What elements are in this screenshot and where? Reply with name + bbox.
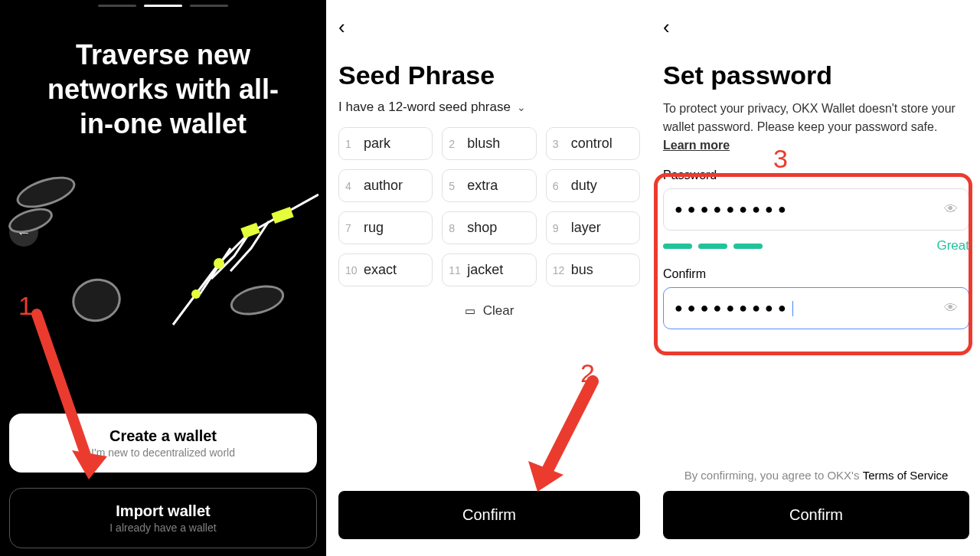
- back-button[interactable]: ‹: [663, 15, 969, 39]
- seed-num: 12: [553, 264, 565, 276]
- svg-point-1: [191, 289, 201, 299]
- strength-bars: [663, 244, 763, 249]
- password-input[interactable]: ●●●●●●●●● 👁: [663, 188, 969, 231]
- create-wallet-subtitle: I'm new to decentralized world: [18, 446, 308, 459]
- confirm-password-input[interactable]: ●●●●●●●●● 👁: [663, 287, 969, 329]
- confirm-field-group: Confirm ●●●●●●●●● 👁: [663, 267, 969, 329]
- onboarding-illustration: [0, 149, 326, 406]
- password-label: Password: [663, 168, 969, 182]
- seed-word-4[interactable]: 4author: [338, 169, 433, 202]
- seed-phrase-panel: ‹ Seed Phrase I have a 12-word seed phra…: [326, 0, 652, 556]
- import-wallet-title: Import wallet: [19, 502, 307, 520]
- seed-num: 10: [345, 264, 358, 276]
- import-wallet-subtitle: I already have a wallet: [19, 522, 307, 534]
- eye-icon[interactable]: 👁: [944, 201, 958, 217]
- create-wallet-button[interactable]: Create a wallet I'm new to decentralized…: [9, 414, 317, 473]
- seed-word-text: exact: [364, 262, 397, 278]
- seed-word-2[interactable]: 2blush: [442, 127, 536, 160]
- svg-rect-3: [271, 207, 293, 224]
- seed-grid: 1park2blush3control4author5extra6duty7ru…: [338, 127, 640, 286]
- seed-word-1[interactable]: 1park: [338, 127, 433, 160]
- seed-word-text: layer: [571, 220, 601, 236]
- seed-word-6[interactable]: 6duty: [546, 169, 640, 202]
- seed-word-text: jacket: [467, 262, 503, 278]
- seed-word-8[interactable]: 8shop: [442, 211, 536, 244]
- seed-word-text: blush: [467, 136, 500, 152]
- seed-word-text: duty: [571, 178, 597, 194]
- seed-word-10[interactable]: 10exact: [338, 253, 433, 286]
- seed-word-text: extra: [467, 178, 498, 194]
- eye-icon[interactable]: 👁: [944, 300, 958, 316]
- create-wallet-title: Create a wallet: [18, 427, 308, 445]
- seed-word-text: park: [364, 136, 390, 152]
- chevron-down-icon: ⌄: [517, 101, 526, 113]
- onboarding-panel: Traverse new networks with all-in-one wa…: [0, 0, 326, 556]
- seed-word-3[interactable]: 3control: [546, 127, 640, 160]
- seed-word-7[interactable]: 7rug: [338, 211, 433, 244]
- seed-num: 6: [553, 180, 565, 192]
- tos-footer: By confirming, you agree to OKX's Terms …: [663, 469, 969, 482]
- svg-point-0: [214, 258, 224, 269]
- password-description: To protect your privacy, OKX Wallet does…: [663, 100, 969, 155]
- confirm-value: ●●●●●●●●●: [675, 300, 793, 316]
- seed-num: 2: [449, 138, 461, 150]
- password-strength: Great: [663, 238, 969, 253]
- svg-rect-2: [240, 223, 260, 239]
- seed-length-selector[interactable]: I have a 12-word seed phrase ⌄: [338, 100, 640, 115]
- confirm-button[interactable]: Confirm: [338, 491, 640, 539]
- terms-of-service-link[interactable]: Terms of Service: [863, 469, 949, 482]
- robot-hand-icon: [89, 179, 318, 378]
- confirm-label: Confirm: [462, 506, 516, 523]
- clear-button[interactable]: ▭ Clear: [338, 303, 640, 319]
- seed-word-text: rug: [364, 220, 384, 236]
- confirm-button[interactable]: Confirm: [663, 491, 969, 539]
- seed-word-text: bus: [571, 262, 593, 278]
- seed-num: 11: [449, 264, 461, 276]
- seed-num: 5: [449, 180, 461, 192]
- clear-label: Clear: [483, 303, 514, 319]
- seed-num: 4: [345, 180, 358, 192]
- strength-bar-2: [698, 244, 727, 249]
- password-field-group: Password ●●●●●●●●● 👁 Great: [663, 168, 969, 253]
- seed-word-text: shop: [467, 220, 497, 236]
- seed-word-9[interactable]: 9layer: [546, 211, 640, 244]
- chevron-left-icon: ‹: [338, 15, 345, 38]
- confirm-label-text: Confirm: [663, 267, 969, 281]
- set-password-title: Set password: [663, 61, 969, 90]
- seed-length-label: I have a 12-word seed phrase: [338, 100, 511, 115]
- learn-more-link[interactable]: Learn more: [663, 139, 730, 152]
- seed-word-text: author: [364, 178, 403, 194]
- seed-num: 8: [449, 222, 461, 234]
- strength-bar-3: [733, 244, 763, 249]
- password-value: ●●●●●●●●●: [675, 201, 791, 217]
- eraser-icon: ▭: [465, 304, 475, 318]
- seed-word-11[interactable]: 11jacket: [442, 253, 536, 286]
- seed-word-text: control: [571, 136, 612, 152]
- seed-num: 3: [553, 138, 565, 150]
- strength-label: Great: [936, 238, 969, 253]
- import-wallet-button[interactable]: Import wallet I already have a wallet: [9, 488, 317, 548]
- seed-phrase-title: Seed Phrase: [338, 61, 640, 90]
- seed-word-12[interactable]: 12bus: [546, 253, 640, 286]
- seed-num: 7: [345, 222, 358, 234]
- back-button[interactable]: ‹: [338, 15, 640, 39]
- set-password-panel: ‹ Set password To protect your privacy, …: [652, 0, 980, 556]
- seed-word-5[interactable]: 5extra: [442, 169, 536, 202]
- onboarding-heading: Traverse new networks with all-in-one wa…: [0, 7, 326, 149]
- seed-num: 9: [553, 222, 565, 234]
- chevron-left-icon: ‹: [663, 15, 670, 38]
- seed-num: 1: [345, 138, 358, 150]
- strength-bar-1: [663, 244, 692, 249]
- confirm-button-label: Confirm: [789, 506, 843, 523]
